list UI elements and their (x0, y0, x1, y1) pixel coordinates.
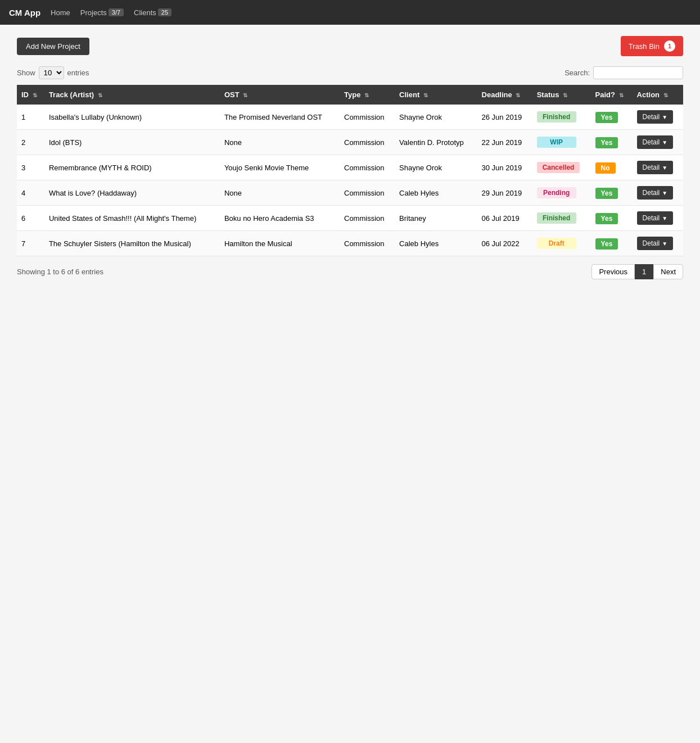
cell-id: 3 (17, 155, 44, 180)
cell-id: 7 (17, 231, 44, 256)
search-box: Search: (564, 66, 683, 79)
status-badge: Cancelled (537, 162, 580, 173)
col-ost: OST ⇅ (220, 85, 340, 105)
cell-deadline: 30 Jun 2019 (477, 155, 532, 180)
cell-action: Detail ▼ (633, 231, 683, 256)
sort-icon-action: ⇅ (663, 92, 668, 98)
cell-client: Valentin D. Prototyp (395, 130, 477, 155)
cell-client: Caleb Hyles (395, 231, 477, 256)
paid-badge: Yes (595, 137, 618, 148)
col-paid: Paid? ⇅ (591, 85, 633, 105)
trash-bin-label: Trash Bin (629, 42, 660, 51)
cell-action: Detail ▼ (633, 155, 683, 180)
cell-type: Commission (340, 206, 395, 231)
caret-icon: ▼ (662, 114, 667, 120)
cell-ost: Hamilton the Musical (220, 231, 340, 256)
cell-paid: No (591, 155, 633, 180)
col-type: Type ⇅ (340, 85, 395, 105)
search-label: Search: (564, 69, 590, 77)
nav-link-home[interactable]: Home (51, 8, 70, 17)
nav-link-clients[interactable]: Clients (134, 8, 156, 17)
cell-paid: Yes (591, 180, 633, 206)
cell-type: Commission (340, 130, 395, 155)
paid-badge: Yes (595, 188, 618, 199)
prev-page-button[interactable]: Previous (591, 264, 635, 279)
nav-item-projects[interactable]: Projects 3/7 (80, 8, 124, 17)
status-badge: Draft (537, 238, 576, 249)
detail-button[interactable]: Detail ▼ (637, 110, 674, 124)
cell-client: Caleb Hyles (395, 180, 477, 206)
cell-deadline: 29 Jun 2019 (477, 180, 532, 206)
cell-paid: Yes (591, 231, 633, 256)
caret-icon: ▼ (662, 190, 667, 196)
status-badge: WIP (537, 137, 576, 148)
nav-link-projects[interactable]: Projects (80, 8, 107, 17)
cell-status: Finished (532, 206, 591, 231)
table-header: ID ⇅ Track (Artist) ⇅ OST ⇅ Type ⇅ Clien… (17, 85, 683, 105)
nav-brand: CM App (9, 8, 40, 17)
navbar: CM App Home Projects 3/7 Clients 25 (0, 0, 700, 25)
projects-table: ID ⇅ Track (Artist) ⇅ OST ⇅ Type ⇅ Clien… (17, 85, 683, 256)
table-controls: Show 10 25 50 entries Search: (17, 66, 683, 79)
cell-action: Detail ▼ (633, 130, 683, 155)
caret-icon: ▼ (662, 215, 667, 221)
paid-badge: Yes (595, 238, 618, 250)
status-badge: Finished (537, 111, 576, 123)
next-page-button[interactable]: Next (653, 264, 683, 279)
cell-deadline: 06 Jul 2022 (477, 231, 532, 256)
nav-item-home[interactable]: Home (51, 8, 70, 17)
cell-status: Draft (532, 231, 591, 256)
status-badge: Pending (537, 187, 576, 198)
add-new-project-button[interactable]: Add New Project (17, 38, 89, 55)
cell-ost: Boku no Hero Academia S3 (220, 206, 340, 231)
cell-client: Shayne Orok (395, 155, 477, 180)
cell-client: Britaney (395, 206, 477, 231)
caret-icon: ▼ (662, 165, 667, 171)
detail-button[interactable]: Detail ▼ (637, 211, 674, 225)
search-input[interactable] (593, 66, 683, 79)
cell-id: 6 (17, 206, 44, 231)
table-row: 1 Isabella's Lullaby (Unknown) The Promi… (17, 105, 683, 130)
detail-button[interactable]: Detail ▼ (637, 237, 674, 250)
detail-label: Detail (643, 239, 660, 247)
cell-id: 2 (17, 130, 44, 155)
cell-track: Remembrance (MYTH & ROID) (44, 155, 220, 180)
entries-select[interactable]: 10 25 50 (39, 66, 64, 79)
cell-track: What is Love? (Haddaway) (44, 180, 220, 206)
cell-type: Commission (340, 180, 395, 206)
col-deadline: Deadline ⇅ (477, 85, 532, 105)
trash-bin-button[interactable]: Trash Bin 1 (621, 36, 683, 56)
table-row: 4 What is Love? (Haddaway) None Commissi… (17, 180, 683, 206)
sort-icon-type: ⇅ (364, 92, 369, 98)
table-row: 6 United States of Smash!!! (All Might's… (17, 206, 683, 231)
sort-icon-status: ⇅ (563, 92, 567, 98)
table-row: 2 Idol (BTS) None Commission Valentin D.… (17, 130, 683, 155)
table-row: 7 The Schuyler Sisters (Hamilton the Mus… (17, 231, 683, 256)
show-entries: Show 10 25 50 entries (17, 66, 89, 79)
cell-track: United States of Smash!!! (All Might's T… (44, 206, 220, 231)
detail-button[interactable]: Detail ▼ (637, 135, 674, 149)
paid-badge: Yes (595, 112, 618, 123)
nav-badge-projects: 3/7 (109, 8, 124, 16)
cell-ost: None (220, 130, 340, 155)
show-label: Show (17, 69, 35, 77)
sort-icon-client: ⇅ (423, 92, 428, 98)
detail-button[interactable]: Detail ▼ (637, 161, 674, 174)
sort-icon-deadline: ⇅ (516, 92, 520, 98)
main-content: Add New Project Trash Bin 1 Show 10 25 5… (0, 25, 700, 291)
nav-item-clients[interactable]: Clients 25 (134, 8, 171, 17)
detail-label: Detail (643, 138, 660, 146)
trash-bin-badge: 1 (664, 40, 675, 52)
detail-label: Detail (643, 113, 660, 121)
col-id: ID ⇅ (17, 85, 44, 105)
nav-badge-clients: 25 (158, 8, 171, 16)
cell-ost: None (220, 180, 340, 206)
entries-label: entries (67, 69, 89, 77)
col-action: Action ⇅ (633, 85, 683, 105)
detail-button[interactable]: Detail ▼ (637, 186, 674, 200)
page-1-button[interactable]: 1 (635, 264, 653, 279)
cell-paid: Yes (591, 206, 633, 231)
cell-track: Isabella's Lullaby (Unknown) (44, 105, 220, 130)
cell-ost: The Promised Neverland OST (220, 105, 340, 130)
cell-track: The Schuyler Sisters (Hamilton the Music… (44, 231, 220, 256)
